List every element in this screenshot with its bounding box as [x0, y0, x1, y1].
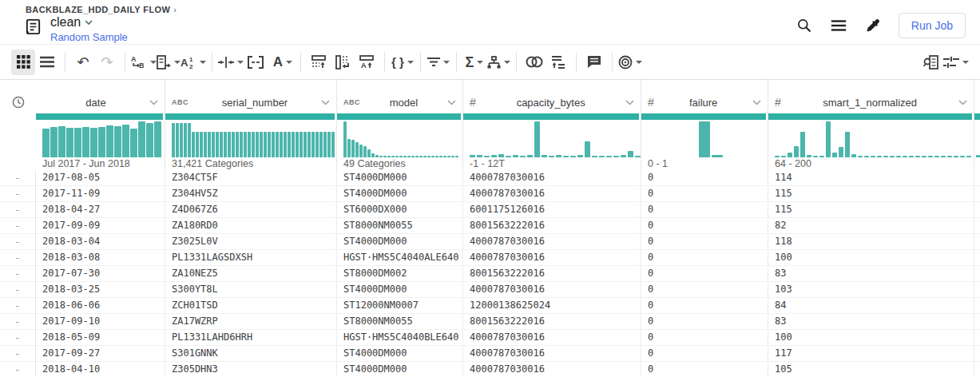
cell-smart_1_normalized[interactable]: 115 [768, 202, 974, 218]
cell-date[interactable]: 2018-03-08 [36, 250, 165, 266]
histogram-bar[interactable] [66, 128, 73, 157]
cell-model[interactable]: ST12000NM0007 [337, 298, 463, 314]
cell-serial_number[interactable]: Z3025L0V [165, 234, 337, 250]
quality-bar[interactable] [641, 113, 766, 120]
histogram-bar[interactable] [871, 156, 875, 157]
histogram-bar[interactable] [527, 155, 533, 157]
histogram-bar[interactable] [244, 132, 247, 157]
histogram-bar[interactable] [864, 156, 869, 157]
histogram-bar[interactable] [966, 156, 971, 157]
chevron-down-icon[interactable] [447, 100, 456, 105]
histogram-bar[interactable] [288, 132, 291, 157]
histogram-bar[interactable] [922, 156, 926, 157]
histogram-bar[interactable] [826, 121, 831, 157]
cell-smart_1_normalized[interactable]: 83 [768, 266, 974, 282]
histogram-bar[interactable] [613, 156, 619, 157]
cell-serial_number[interactable]: Z305DHN3 [165, 362, 337, 377]
union-button[interactable] [546, 50, 570, 75]
cell-capacity_bytes[interactable]: 4000787030016 [463, 234, 641, 250]
histogram-bar[interactable] [375, 155, 379, 157]
promote-header-button[interactable]: A [355, 50, 379, 75]
histogram-failure[interactable] [641, 120, 768, 157]
histogram-bar[interactable] [549, 156, 554, 157]
histogram-bar[interactable] [439, 156, 442, 157]
histogram-bar[interactable] [819, 156, 824, 157]
histogram-bar[interactable] [180, 123, 183, 157]
histogram-bar[interactable] [577, 155, 583, 157]
histogram-bar[interactable] [371, 153, 375, 157]
breadcrumb-flow-name[interactable]: BACKBLAZE_HDD_DAILY FLOW [26, 5, 170, 14]
histogram-bar[interactable] [122, 125, 129, 157]
histogram-bar[interactable] [260, 132, 263, 157]
cell-serial_number[interactable]: PL1331LAHD6HRH [165, 330, 337, 346]
histogram-bar[interactable] [256, 132, 259, 157]
cell-failure[interactable]: 0 [641, 234, 768, 250]
cell-smart_1_normalized[interactable]: 105 [768, 362, 974, 377]
cell-date[interactable]: 2017-08-05 [36, 170, 165, 186]
cell-model[interactable]: ST4000DM000 [337, 346, 463, 362]
cell-capacity_bytes[interactable]: 4000787030016 [463, 282, 641, 298]
grid-view-button[interactable] [11, 50, 35, 75]
run-job-button[interactable]: Run Job [899, 13, 966, 38]
cell-date[interactable]: 2017-07-30 [36, 266, 165, 282]
cell-date[interactable]: 2018-05-09 [36, 330, 165, 346]
cell-capacity_bytes[interactable]: 4000787030016 [463, 186, 641, 202]
histogram-bar[interactable] [252, 132, 255, 157]
quality-bar[interactable] [768, 113, 972, 120]
histogram-bar[interactable] [204, 132, 207, 157]
histogram-bar[interactable] [903, 156, 907, 157]
format-count-button[interactable]: A12 [181, 50, 206, 75]
histogram-bar[interactable] [934, 156, 939, 157]
cell-serial_number[interactable]: ZCH01TSD [165, 298, 337, 314]
histogram-bar[interactable] [343, 121, 347, 157]
histogram-bar[interactable] [542, 155, 547, 157]
histogram-bar[interactable] [98, 127, 105, 157]
histogram-bar[interactable] [367, 149, 371, 157]
column-header-failure[interactable]: # failure [641, 91, 768, 113]
cell-model[interactable]: ST4000DM000 [337, 362, 463, 377]
steps-list-icon[interactable] [830, 18, 847, 33]
cell-failure[interactable]: 0 [641, 298, 768, 314]
cell-smart_1_normalized[interactable]: 114 [768, 170, 974, 186]
histogram-bar[interactable] [228, 132, 231, 157]
find-transform-button[interactable] [919, 50, 943, 75]
merge-columns-button[interactable] [244, 50, 268, 75]
histogram-bar[interactable] [355, 142, 359, 157]
list-view-button[interactable] [35, 50, 59, 75]
histogram-bar[interactable] [845, 132, 850, 157]
cell-failure[interactable]: 0 [641, 330, 768, 346]
histogram-bar[interactable] [606, 156, 612, 157]
histogram-bar[interactable] [794, 146, 799, 157]
column-header-serial-number[interactable]: ABC serial_number [165, 91, 336, 113]
histogram-bar[interactable] [268, 132, 271, 157]
split-column-button[interactable] [218, 50, 244, 75]
histogram-bar[interactable] [851, 154, 856, 157]
histogram-bar[interactable] [304, 132, 307, 157]
histogram-bar[interactable] [315, 132, 319, 157]
cell-model[interactable]: ST6000DX000 [337, 202, 463, 218]
cell-serial_number[interactable]: S300YT8L [165, 282, 337, 298]
histogram-bar[interactable] [877, 156, 882, 157]
quality-bar[interactable] [337, 113, 461, 120]
histogram-bar[interactable] [807, 155, 811, 157]
histogram-bar[interactable] [699, 121, 710, 157]
cell-failure[interactable]: 0 [641, 346, 768, 362]
histogram-bar[interactable] [363, 146, 367, 157]
histogram-bar[interactable] [58, 126, 65, 157]
histogram-bar[interactable] [327, 132, 331, 157]
histogram-bar[interactable] [712, 155, 723, 157]
histogram-bar[interactable] [50, 127, 58, 157]
histogram-bar[interactable] [455, 156, 458, 157]
histogram-bar[interactable] [42, 129, 50, 157]
histogram-bar[interactable] [216, 132, 219, 157]
delete-rows-button[interactable] [331, 50, 355, 75]
histogram-bar[interactable] [184, 123, 187, 157]
histogram-bar[interactable] [296, 132, 299, 157]
column-header-model[interactable]: ABC model [337, 91, 462, 113]
column-header-smart-1-normalized[interactable]: # smart_1_normalized [768, 91, 974, 113]
histogram-bar[interactable] [292, 132, 295, 157]
histogram-bar[interactable] [232, 132, 235, 157]
histogram-bar[interactable] [138, 121, 145, 157]
cell-serial_number[interactable]: ZA17WZRP [165, 314, 337, 330]
histogram-bar[interactable] [858, 156, 863, 157]
